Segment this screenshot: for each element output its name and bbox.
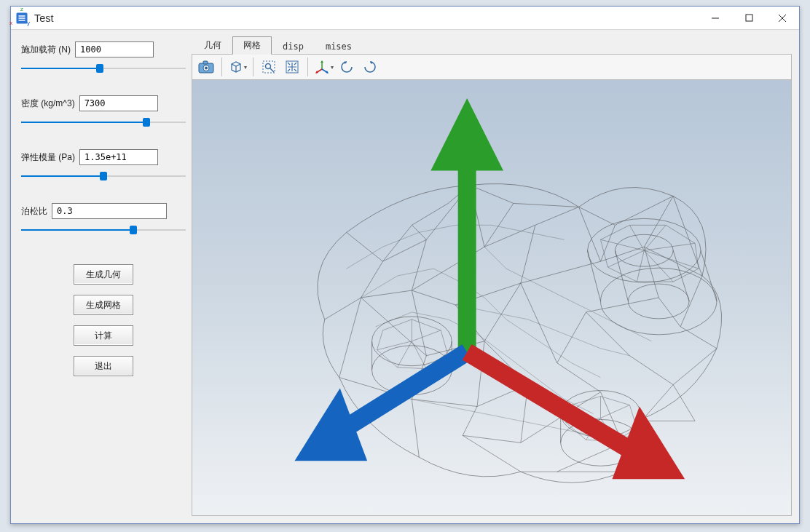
param-label: 密度 (kg/m^3) — [21, 98, 75, 110]
svg-rect-1 — [746, 15, 752, 21]
param-young: 弹性模量 (Pa) — [21, 149, 186, 183]
mesh-viewport[interactable] — [192, 80, 792, 516]
param-poisson: 泊松比 — [21, 203, 186, 237]
close-button[interactable] — [766, 7, 799, 30]
param-density: 密度 (kg/m^3) — [21, 95, 186, 129]
svg-point-7 — [266, 64, 271, 69]
zoom-rect-button[interactable] — [258, 56, 280, 78]
young-modulus-input[interactable] — [79, 149, 158, 165]
generate-mesh-button[interactable]: 生成网格 — [74, 295, 133, 315]
app-window: Test 施加载荷 (N) — [10, 6, 800, 524]
load-slider[interactable] — [21, 62, 186, 75]
viewer-toolbar: ▾ z x — [192, 54, 792, 80]
param-label: 施加载荷 (N) — [21, 44, 71, 56]
param-load: 施加载荷 (N) — [21, 41, 186, 75]
minimize-button[interactable] — [699, 7, 732, 30]
parameter-panel: 施加载荷 (N) 密度 (kg/m^3) — [18, 37, 187, 516]
rotate-ccw-icon — [339, 60, 354, 74]
poisson-slider[interactable] — [21, 223, 186, 237]
axes-icon — [314, 59, 330, 75]
rotate-ccw-button[interactable] — [336, 56, 358, 78]
young-slider[interactable] — [21, 170, 186, 183]
load-input[interactable] — [75, 41, 154, 57]
maximize-button[interactable] — [732, 7, 766, 30]
camera-icon — [198, 60, 214, 74]
exit-button[interactable]: 退出 — [74, 356, 133, 376]
svg-line-21 — [467, 352, 648, 461]
param-label: 泊松比 — [21, 205, 47, 218]
cube-icon — [229, 60, 243, 74]
fit-icon — [285, 60, 299, 74]
axis-triad-icon — [204, 80, 792, 515]
axes-toggle-button[interactable]: z x y ▾ — [312, 56, 334, 78]
result-tabbar: 几何 网格 disp mises — [192, 37, 792, 55]
tab-disp[interactable]: disp — [272, 39, 315, 55]
compute-button[interactable]: 计算 — [74, 325, 133, 346]
window-title: Test — [34, 12, 54, 24]
svg-rect-3 — [203, 61, 208, 64]
svg-marker-18 — [430, 98, 503, 171]
snapshot-button[interactable] — [195, 56, 217, 78]
rotate-cw-button[interactable] — [359, 56, 381, 78]
zoom-rect-icon — [262, 60, 276, 74]
density-slider[interactable] — [21, 116, 186, 129]
poisson-input[interactable] — [52, 203, 167, 219]
viewer-panel: 几何 网格 disp mises ▾ — [192, 37, 792, 516]
tab-mises[interactable]: mises — [315, 39, 363, 55]
rotate-cw-icon — [363, 60, 377, 74]
tab-geometry[interactable]: 几何 — [193, 36, 232, 55]
view-cube-button[interactable]: ▾ — [227, 56, 248, 78]
param-label: 弹性模量 (Pa) — [21, 151, 75, 164]
density-input[interactable] — [79, 95, 158, 111]
fit-view-button[interactable] — [281, 56, 303, 78]
svg-point-5 — [205, 67, 208, 70]
generate-geometry-button[interactable]: 生成几何 — [74, 264, 133, 285]
tab-mesh[interactable]: 网格 — [232, 36, 272, 55]
titlebar: Test — [11, 7, 799, 30]
